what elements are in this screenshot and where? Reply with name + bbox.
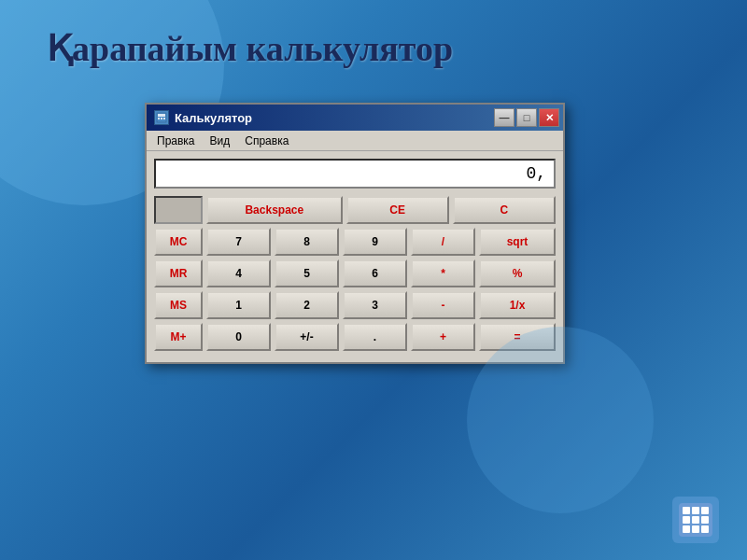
app-icon <box>154 110 169 125</box>
subtract-button[interactable]: - <box>411 291 475 319</box>
backspace-button[interactable]: Backspace <box>206 196 343 224</box>
multiply-button[interactable]: * <box>411 259 475 287</box>
icon-cell <box>701 507 709 514</box>
btn-1[interactable]: 1 <box>206 291 271 319</box>
mr-button[interactable]: MR <box>154 259 203 287</box>
percent-button[interactable]: % <box>479 259 556 287</box>
calculator-window: Калькулятор — □ ✕ Правка Вид Справка 0, … <box>145 103 565 364</box>
btn-5[interactable]: 5 <box>275 259 339 287</box>
svg-rect-3 <box>161 118 162 119</box>
button-row-0: Backspace CE C <box>154 196 556 224</box>
svg-rect-1 <box>158 114 165 117</box>
display: 0, <box>154 159 556 189</box>
icon-cell <box>692 525 699 533</box>
icon-cell <box>683 516 690 524</box>
icon-cell <box>683 525 690 533</box>
equals-button[interactable]: = <box>479 323 556 351</box>
dot-button[interactable]: . <box>343 323 407 351</box>
button-row-2: MR 4 5 6 * % <box>154 259 556 287</box>
calc-body: 0, Backspace CE C MC 7 8 9 / sqrt MR 4 5… <box>147 151 563 362</box>
title-bar: Калькулятор — □ ✕ <box>147 105 563 131</box>
sign-button[interactable]: +/- <box>275 323 339 351</box>
btn-3[interactable]: 3 <box>343 291 407 319</box>
btn-8[interactable]: 8 <box>275 228 339 256</box>
decorative-icon <box>672 497 719 543</box>
page-title: Қарапайым калькулятор <box>47 28 453 69</box>
menu-pravka[interactable]: Правка <box>154 133 198 148</box>
maximize-button[interactable]: □ <box>516 108 537 127</box>
inverse-button[interactable]: 1/x <box>479 291 556 319</box>
btn-4[interactable]: 4 <box>206 259 271 287</box>
sqrt-button[interactable]: sqrt <box>479 228 556 256</box>
btn-2[interactable]: 2 <box>275 291 339 319</box>
btn-7[interactable]: 7 <box>206 228 271 256</box>
icon-cell <box>701 516 709 524</box>
btn-6[interactable]: 6 <box>343 259 407 287</box>
icon-cell <box>701 525 709 533</box>
calc-icon-grid <box>679 503 712 537</box>
divide-button[interactable]: / <box>411 228 475 256</box>
menu-spravka[interactable]: Справка <box>242 133 291 148</box>
ce-button[interactable]: CE <box>346 196 449 224</box>
menu-bar: Правка Вид Справка <box>147 131 563 151</box>
btn-9[interactable]: 9 <box>343 228 407 256</box>
btn-0[interactable]: 0 <box>206 323 271 351</box>
button-row-3: MS 1 2 3 - 1/x <box>154 291 556 319</box>
icon-cell <box>683 507 690 514</box>
button-row-1: MC 7 8 9 / sqrt <box>154 228 556 256</box>
close-button[interactable]: ✕ <box>539 108 559 127</box>
icon-cell <box>692 507 699 514</box>
window-title: Калькулятор <box>175 111 252 125</box>
button-row-4: M+ 0 +/- . + = <box>154 323 556 351</box>
mplus-button[interactable]: M+ <box>154 323 203 351</box>
add-button[interactable]: + <box>411 323 475 351</box>
icon-cell <box>692 516 699 524</box>
menu-vid[interactable]: Вид <box>207 133 233 148</box>
ms-button[interactable]: MS <box>154 291 203 319</box>
title-bar-left: Калькулятор <box>154 110 252 125</box>
blank-button <box>154 196 203 224</box>
minimize-button[interactable]: — <box>494 108 514 127</box>
mc-button[interactable]: MC <box>154 228 203 256</box>
c-button[interactable]: C <box>453 196 556 224</box>
window-controls: — □ ✕ <box>494 108 559 127</box>
svg-rect-2 <box>158 118 160 119</box>
display-value: 0, <box>526 164 546 183</box>
svg-rect-4 <box>163 118 165 119</box>
